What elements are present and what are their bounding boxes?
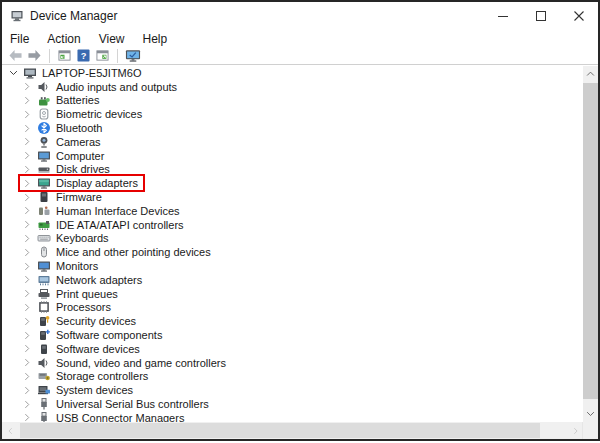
tree-item-content[interactable]: System devices: [20, 383, 138, 397]
tree-item-content[interactable]: Mice and other pointing devices: [20, 245, 216, 259]
tree-item[interactable]: Cameras: [2, 135, 583, 149]
chevron-right-icon[interactable]: [22, 151, 32, 160]
chevron-down-icon[interactable]: [8, 70, 18, 76]
tree-item[interactable]: Storage controllers: [2, 370, 583, 384]
tree-item[interactable]: USB Connector Managers: [2, 411, 583, 422]
chevron-right-icon[interactable]: [22, 165, 32, 174]
tree-item-content[interactable]: Processors: [20, 301, 116, 315]
vertical-scrollbar-thumb[interactable]: [583, 83, 598, 399]
tree-item[interactable]: Software components: [2, 328, 583, 342]
tree-item-content[interactable]: Audio inputs and outputs: [20, 80, 182, 94]
tree-item[interactable]: Keyboards: [2, 232, 583, 246]
chevron-right-icon[interactable]: [22, 372, 32, 381]
forward-button[interactable]: [25, 48, 44, 64]
scroll-up-button[interactable]: [583, 66, 598, 82]
tree-item[interactable]: Bluetooth: [2, 121, 583, 135]
tree-item-content[interactable]: USB Connector Managers: [20, 411, 189, 422]
chevron-right-icon[interactable]: [22, 344, 32, 353]
tree-item-content[interactable]: Bluetooth: [20, 121, 107, 135]
scroll-left-button[interactable]: [2, 422, 18, 439]
tree-item[interactable]: Software devices: [2, 342, 583, 356]
chevron-right-icon[interactable]: [22, 317, 32, 326]
tree-item-content[interactable]: Network adapters: [20, 273, 147, 287]
tree-item[interactable]: Audio inputs and outputs: [2, 80, 583, 94]
chevron-right-icon[interactable]: [22, 275, 32, 284]
horizontal-scrollbar[interactable]: [2, 422, 598, 439]
tree-item-content[interactable]: Cameras: [20, 135, 106, 149]
chevron-right-icon[interactable]: [22, 358, 32, 367]
tree-item[interactable]: System devices: [2, 383, 583, 397]
properties-button[interactable]: [93, 48, 112, 64]
tree-item-content[interactable]: Disk drives: [20, 163, 115, 177]
tree-item[interactable]: IDE ATA/ATAPI controllers: [2, 218, 583, 232]
tree-item[interactable]: Batteries: [2, 94, 583, 108]
help-button[interactable]: ?: [74, 48, 93, 64]
tree-item[interactable]: Mice and other pointing devices: [2, 245, 583, 259]
chevron-right-icon[interactable]: [22, 400, 32, 409]
tree-item[interactable]: Computer: [2, 149, 583, 163]
menu-file[interactable]: File: [2, 32, 38, 46]
tree-item[interactable]: Biometric devices: [2, 107, 583, 121]
chevron-right-icon[interactable]: [22, 289, 32, 298]
tree-item-content[interactable]: Security devices: [20, 314, 141, 328]
chevron-right-icon[interactable]: [22, 82, 32, 91]
back-button[interactable]: [6, 48, 25, 64]
tree-item-content[interactable]: Firmware: [20, 190, 107, 204]
chevron-right-icon[interactable]: [22, 137, 32, 146]
tree-item-content[interactable]: Software devices: [20, 342, 145, 356]
maximize-button[interactable]: [522, 2, 560, 30]
tree-item[interactable]: Security devices: [2, 314, 583, 328]
tree-item-content[interactable]: Computer: [20, 149, 109, 163]
chevron-right-icon[interactable]: [22, 206, 32, 215]
tree-item-content[interactable]: Universal Serial Bus controllers: [20, 397, 214, 411]
scan-hardware-changes-button[interactable]: [123, 48, 142, 64]
chevron-right-icon[interactable]: [22, 386, 32, 395]
show-console-tree-button[interactable]: [55, 48, 74, 64]
tree-item-content[interactable]: Human Interface Devices: [20, 204, 185, 218]
tree-item[interactable]: Firmware: [2, 190, 583, 204]
menu-help[interactable]: Help: [134, 32, 177, 46]
tree-item-content[interactable]: Storage controllers: [20, 370, 153, 384]
close-button[interactable]: [560, 2, 598, 30]
menu-view[interactable]: View: [90, 32, 134, 46]
tree-item[interactable]: Monitors: [2, 259, 583, 273]
tree-item-label: Firmware: [56, 191, 102, 203]
tree-item-content[interactable]: LAPTOP-E5JITM6O: [6, 66, 146, 80]
scroll-down-button[interactable]: [583, 406, 598, 422]
tree-item[interactable]: Display adapters: [2, 176, 583, 190]
chevron-right-icon[interactable]: [22, 331, 32, 340]
tree-item-content[interactable]: Batteries: [20, 94, 104, 108]
minimize-button[interactable]: [484, 2, 522, 30]
chevron-right-icon[interactable]: [22, 262, 32, 271]
chevron-right-icon[interactable]: [22, 220, 32, 229]
tree-item[interactable]: LAPTOP-E5JITM6O: [2, 66, 583, 80]
tree-item-content[interactable]: IDE ATA/ATAPI controllers: [20, 218, 189, 232]
tree-item-content[interactable]: Sound, video and game controllers: [20, 356, 231, 370]
tree-item-content[interactable]: Monitors: [20, 259, 103, 273]
chevron-right-icon[interactable]: [22, 124, 32, 133]
chevron-right-icon[interactable]: [22, 193, 32, 202]
tree-item-content[interactable]: Keyboards: [20, 232, 114, 246]
tree-item[interactable]: Human Interface Devices: [2, 204, 583, 218]
tree-item-content[interactable]: Display adapters: [20, 176, 143, 190]
chevron-right-icon[interactable]: [22, 110, 32, 119]
chevron-right-icon[interactable]: [22, 413, 32, 422]
tree-item-content[interactable]: Software components: [20, 328, 167, 342]
tree-item-content[interactable]: Biometric devices: [20, 107, 147, 121]
tree-item-content[interactable]: Print queues: [20, 287, 123, 301]
horizontal-scrollbar-thumb[interactable]: [20, 423, 540, 438]
chevron-right-icon[interactable]: [22, 248, 32, 257]
tree-item[interactable]: Processors: [2, 301, 583, 315]
vertical-scrollbar[interactable]: [583, 66, 598, 422]
menu-action[interactable]: Action: [38, 32, 89, 46]
chevron-right-icon[interactable]: [22, 303, 32, 312]
chevron-right-icon[interactable]: [22, 96, 32, 105]
tree-item[interactable]: Sound, video and game controllers: [2, 356, 583, 370]
tree-item[interactable]: Print queues: [2, 287, 583, 301]
scroll-right-button[interactable]: [567, 422, 583, 439]
tree-item[interactable]: Network adapters: [2, 273, 583, 287]
chevron-right-icon[interactable]: [22, 179, 32, 188]
tree-item[interactable]: Universal Serial Bus controllers: [2, 397, 583, 411]
chevron-right-icon[interactable]: [22, 234, 32, 243]
tree-item[interactable]: Disk drives: [2, 163, 583, 177]
